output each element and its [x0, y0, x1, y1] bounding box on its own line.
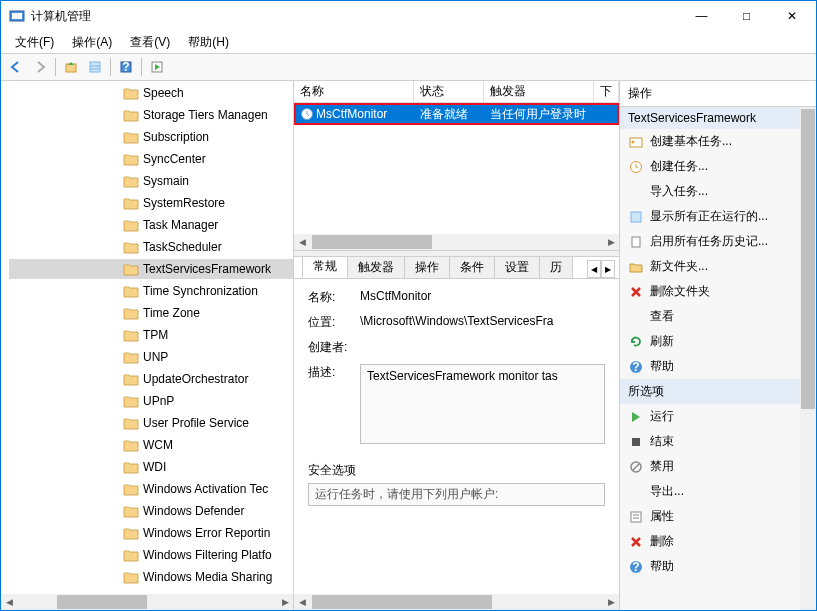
col-name[interactable]: 名称: [294, 81, 414, 102]
main-area: SpeechStorage Tiers ManagenSubscriptionS…: [1, 81, 816, 610]
tree-item-label: Sysmain: [143, 174, 189, 188]
detail-hscroll[interactable]: ◀ ▶: [294, 594, 619, 610]
tree-item[interactable]: WDI: [9, 457, 293, 477]
tab-conditions[interactable]: 条件: [449, 257, 495, 278]
action-view[interactable]: 查看 ▶: [620, 304, 816, 329]
tree-item[interactable]: Subscription: [9, 127, 293, 147]
tree-item-label: SystemRestore: [143, 196, 225, 210]
folder-icon: [123, 350, 139, 364]
action-import[interactable]: 导入任务...: [620, 179, 816, 204]
tree-item[interactable]: Windows Media Sharing: [9, 567, 293, 587]
play-icon: [628, 409, 644, 425]
folder-icon: [123, 240, 139, 254]
delete-icon: [628, 534, 644, 550]
tab-actions[interactable]: 操作: [404, 257, 450, 278]
tab-settings[interactable]: 设置: [494, 257, 540, 278]
action-create-task[interactable]: 创建任务...: [620, 154, 816, 179]
action-delete-folder[interactable]: 删除文件夹: [620, 279, 816, 304]
scroll-right-icon[interactable]: ▶: [277, 594, 293, 610]
action-show-running[interactable]: 显示所有正在运行的...: [620, 204, 816, 229]
center-pane: 名称 状态 触发器 下 MsCtfMonitor 准备就绪 当任何用户登录时 ◀…: [294, 81, 620, 610]
folder-icon: [123, 108, 139, 122]
col-trigger[interactable]: 触发器: [484, 81, 594, 102]
tree-item[interactable]: TaskScheduler: [9, 237, 293, 257]
tab-triggers[interactable]: 触发器: [347, 257, 405, 278]
action-create-basic[interactable]: 创建基本任务...: [620, 129, 816, 154]
tree-hscroll[interactable]: ◀ ▶: [1, 594, 293, 610]
action-disable[interactable]: 禁用: [620, 454, 816, 479]
tree-item[interactable]: SystemRestore: [9, 193, 293, 213]
tree-item[interactable]: Windows Activation Tec: [9, 479, 293, 499]
tree-item[interactable]: UPnP: [9, 391, 293, 411]
tree-item[interactable]: Storage Tiers Managen: [9, 105, 293, 125]
action-run[interactable]: 运行: [620, 404, 816, 429]
list-button[interactable]: [84, 56, 106, 78]
tree-item-label: SyncCenter: [143, 152, 206, 166]
action-refresh[interactable]: 刷新: [620, 329, 816, 354]
action-enable-history[interactable]: 启用所有任务历史记...: [620, 229, 816, 254]
tree-item[interactable]: UpdateOrchestrator: [9, 369, 293, 389]
location-value: \Microsoft\Windows\TextServicesFra: [360, 314, 605, 328]
tree-list[interactable]: SpeechStorage Tiers ManagenSubscriptionS…: [1, 81, 293, 610]
tree-item[interactable]: Time Synchronization: [9, 281, 293, 301]
tree-item-label: Storage Tiers Managen: [143, 108, 268, 122]
tree-item[interactable]: TextServicesFramework: [9, 259, 293, 279]
action-group-selected[interactable]: 所选项▲: [620, 379, 816, 404]
location-label: 位置:: [308, 314, 360, 331]
forward-button[interactable]: [29, 56, 51, 78]
menu-help[interactable]: 帮助(H): [180, 32, 237, 53]
tree-item[interactable]: Task Manager: [9, 215, 293, 235]
tab-general[interactable]: 常规: [302, 257, 348, 278]
col-status[interactable]: 状态: [414, 81, 484, 102]
run-button[interactable]: [146, 56, 168, 78]
action-new-folder[interactable]: 新文件夹...: [620, 254, 816, 279]
minimize-button[interactable]: —: [679, 1, 724, 31]
action-help-1[interactable]: ? 帮助: [620, 354, 816, 379]
task-hscroll[interactable]: ◀ ▶: [294, 234, 619, 250]
wizard-icon: [628, 134, 644, 150]
task-row[interactable]: MsCtfMonitor 准备就绪 当任何用户登录时: [294, 103, 619, 125]
tree-item-label: User Profile Service: [143, 416, 249, 430]
maximize-button[interactable]: □: [724, 1, 769, 31]
folder-icon: [123, 372, 139, 386]
action-group-context[interactable]: TextServicesFramework▲: [620, 107, 816, 129]
desc-value[interactable]: TextServicesFramework monitor tas: [360, 364, 605, 444]
svg-rect-14: [632, 237, 640, 247]
action-export[interactable]: 导出...: [620, 479, 816, 504]
task-list-header: 名称 状态 触发器 下: [294, 81, 619, 103]
stop-icon: [628, 434, 644, 450]
tree-item[interactable]: UNP: [9, 347, 293, 367]
tree-item[interactable]: WCM: [9, 435, 293, 455]
help-button[interactable]: ?: [115, 56, 137, 78]
scroll-left-icon[interactable]: ◀: [1, 594, 17, 610]
folder-icon: [123, 482, 139, 496]
security-label: 安全选项: [308, 462, 605, 479]
back-button[interactable]: [5, 56, 27, 78]
tree-item-label: Time Synchronization: [143, 284, 258, 298]
tab-history[interactable]: 历: [539, 257, 573, 278]
tab-prev[interactable]: ◀: [587, 260, 601, 278]
tree-item[interactable]: Time Zone: [9, 303, 293, 323]
tree-item[interactable]: User Profile Service: [9, 413, 293, 433]
tree-item[interactable]: Sysmain: [9, 171, 293, 191]
tab-next[interactable]: ▶: [601, 260, 615, 278]
tree-item[interactable]: Windows Filtering Platfo: [9, 545, 293, 565]
folder-icon: [123, 174, 139, 188]
action-end[interactable]: 结束: [620, 429, 816, 454]
col-next[interactable]: 下: [594, 81, 619, 102]
menu-view[interactable]: 查看(V): [122, 32, 178, 53]
action-vscroll[interactable]: [800, 107, 816, 610]
tree-item[interactable]: Windows Defender: [9, 501, 293, 521]
tree-item[interactable]: Speech: [9, 83, 293, 103]
action-help-2[interactable]: ? 帮助: [620, 554, 816, 579]
action-properties[interactable]: 属性: [620, 504, 816, 529]
tree-item[interactable]: TPM: [9, 325, 293, 345]
action-delete[interactable]: 删除: [620, 529, 816, 554]
tree-item[interactable]: Windows Error Reportin: [9, 523, 293, 543]
menu-file[interactable]: 文件(F): [7, 32, 62, 53]
close-button[interactable]: ✕: [769, 1, 814, 31]
tree-item[interactable]: SyncCenter: [9, 149, 293, 169]
menu-action[interactable]: 操作(A): [64, 32, 120, 53]
desc-label: 描述:: [308, 364, 360, 381]
up-button[interactable]: [60, 56, 82, 78]
